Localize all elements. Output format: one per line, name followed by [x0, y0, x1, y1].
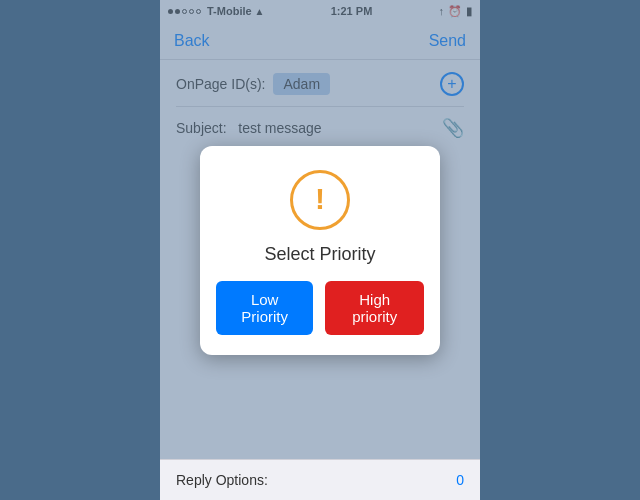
- priority-icon-circle: !: [290, 170, 350, 230]
- exclamation-icon: !: [315, 184, 325, 214]
- bottom-area: Reply Options: 0: [160, 459, 480, 500]
- phone-screen: T-Mobile ▲ 1:21 PM ↑ ⏰ ▮ Back Send OnPag…: [160, 0, 480, 500]
- modal-overlay: ! Select Priority Low Priority High prio…: [160, 0, 480, 500]
- high-priority-button[interactable]: High priority: [325, 281, 424, 335]
- low-priority-button[interactable]: Low Priority: [216, 281, 313, 335]
- dialog-title: Select Priority: [264, 244, 375, 265]
- reply-label: Reply Options:: [176, 472, 268, 488]
- reply-row: Reply Options: 0: [176, 472, 464, 488]
- priority-dialog: ! Select Priority Low Priority High prio…: [200, 146, 440, 355]
- dialog-buttons: Low Priority High priority: [216, 281, 424, 335]
- reply-value[interactable]: 0: [456, 472, 464, 488]
